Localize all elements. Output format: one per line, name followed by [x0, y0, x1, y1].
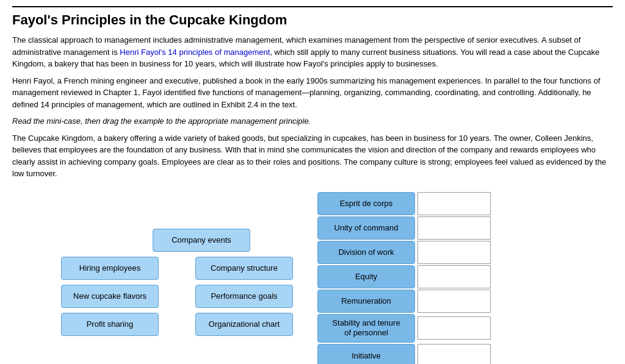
paragraph-3: The Cupcake Kingdom, a bakery offering a…	[12, 132, 613, 180]
drag-row-1: Company events	[153, 229, 250, 252]
drop-box-esprit[interactable]	[417, 192, 491, 215]
paragraph-2: Henri Fayol, a French mining engineer an…	[12, 75, 613, 111]
drag-item-hiring-employees[interactable]: Hiring employees	[61, 257, 159, 280]
principle-initiative: Initiative	[317, 344, 415, 364]
principle-row-unity: Unity of command	[317, 216, 491, 240]
drag-item-profit-sharing[interactable]: Profit sharing	[61, 313, 159, 336]
drop-box-division[interactable]	[417, 241, 491, 264]
paragraph-1: The classical approach to management inc…	[12, 34, 613, 70]
drop-box-initiative[interactable]	[417, 344, 491, 364]
drop-box-remuneration[interactable]	[417, 290, 491, 313]
drag-item-organizational-chart[interactable]: Organizational chart	[195, 313, 293, 336]
drag-row-3: New cupcake flavors Performance goals	[61, 285, 293, 308]
principles-container: Esprit de corps Unity of command Divisio…	[317, 192, 491, 365]
drag-item-company-structure[interactable]: Company structure	[195, 257, 293, 280]
principle-row-initiative: Initiative	[317, 344, 491, 364]
principle-esprit-de-corps: Esprit de corps	[317, 192, 415, 215]
drop-box-stability[interactable]	[417, 316, 491, 340]
drag-item-performance-goals[interactable]: Performance goals	[195, 285, 293, 308]
principle-remuneration: Remuneration	[317, 290, 415, 313]
principle-stability: Stability and tenure of personnel	[317, 314, 415, 343]
drag-area: Company events Hiring employees Company …	[12, 192, 613, 365]
page-container: Fayol's Principles in the Cupcake Kingdo…	[0, 0, 625, 364]
drag-items-container: Company events Hiring employees Company …	[49, 229, 305, 336]
drag-item-company-events[interactable]: Company events	[153, 229, 250, 252]
principle-equity: Equity	[317, 265, 415, 288]
principle-row-remuneration: Remuneration	[317, 290, 491, 313]
instruction-text: Read the mini-case, then drag the exampl…	[12, 115, 613, 127]
principle-row-stability: Stability and tenure of personnel	[317, 314, 491, 343]
principle-division-of-work: Division of work	[317, 241, 415, 264]
drag-item-new-cupcake-flavors[interactable]: New cupcake flavors	[61, 285, 159, 308]
page-title: Fayol's Principles in the Cupcake Kingdo…	[12, 6, 613, 28]
drop-box-unity[interactable]	[417, 216, 491, 240]
drop-box-equity[interactable]	[417, 265, 491, 288]
principle-row-equity: Equity	[317, 265, 491, 288]
principle-row-division: Division of work	[317, 241, 491, 264]
principle-unity-of-command: Unity of command	[317, 216, 415, 240]
principle-row-esprit: Esprit de corps	[317, 192, 491, 215]
drag-row-4: Profit sharing Organizational chart	[61, 313, 293, 336]
drag-row-2: Hiring employees Company structure	[61, 257, 293, 280]
